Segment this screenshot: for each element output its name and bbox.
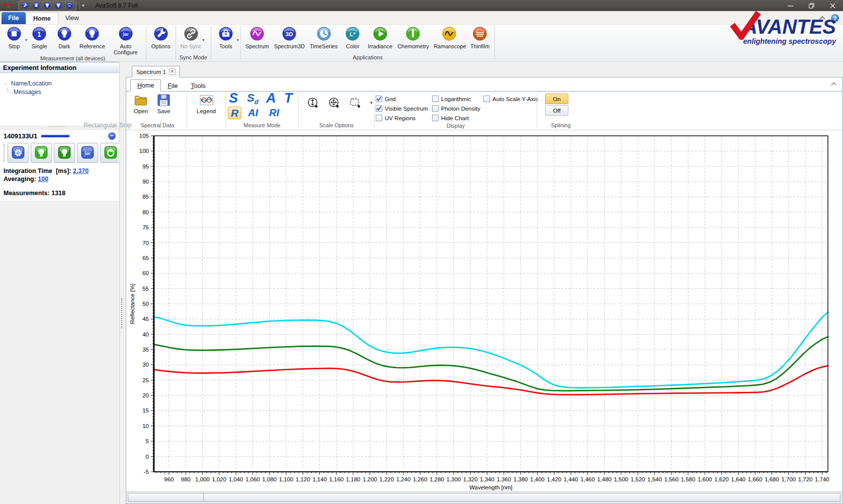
ribbon-button-label: No Sync	[181, 44, 202, 50]
horizontal-splitter[interactable]: ·········	[0, 125, 119, 129]
ribbon-button-dark[interactable]: Dark	[52, 26, 77, 55]
ribbon-button-stop[interactable]: Stop▾	[2, 26, 27, 55]
checkbox-label: Visible Spectrum	[385, 106, 428, 112]
device-gear-button[interactable]	[8, 143, 29, 163]
tree-item-messages[interactable]: Messages	[5, 88, 119, 96]
measure-mode-ri[interactable]: RI	[269, 108, 279, 118]
scale-options-dropdown-caret[interactable]: ▾	[370, 100, 373, 105]
close-document-icon[interactable]: ✕	[169, 68, 176, 75]
open-button[interactable]: Open	[129, 92, 152, 114]
spectrum-document-tab[interactable]: Spectrum 1 ✕	[132, 66, 180, 77]
y-tick-label: 10	[142, 423, 149, 429]
quick-access-bulb-icon[interactable]	[42, 2, 52, 10]
x-tick-label: 1,700	[781, 476, 796, 482]
quick-access-bulb-icon[interactable]	[53, 2, 63, 10]
quick-access-customize-caret[interactable]: ▾	[82, 3, 85, 8]
measure-mode-sd[interactable]: Sd	[247, 93, 259, 106]
measure-mode-t[interactable]: T	[284, 92, 293, 105]
quick-access-wrench-icon[interactable]	[20, 2, 30, 10]
ribbon-button-label: TimeSeries	[310, 44, 338, 50]
quick-access-stop-icon[interactable]	[31, 2, 41, 10]
ribbon-button-options[interactable]: Options	[148, 26, 174, 54]
integration-time-value-link[interactable]: 2.370	[73, 167, 89, 175]
x-tick-label: 1,120	[296, 476, 310, 482]
checkbox-box-icon[interactable]	[483, 96, 490, 102]
checkbox-visible-spectrum[interactable]: Visible Spectrum	[376, 104, 432, 113]
vertical-splitter[interactable]	[120, 62, 125, 504]
ribbon-button-chemometry[interactable]: Chemometry	[395, 26, 431, 54]
x-tick-label: 1,380	[514, 476, 528, 482]
device-power-button[interactable]	[100, 143, 121, 163]
ribbon-button-label: Dark	[58, 44, 70, 50]
y-axis-title: Reflectance [%]	[129, 284, 135, 324]
doc-menu-tab-tools[interactable]: Tools	[185, 80, 212, 92]
collapse-device-panel-button[interactable]: −	[108, 132, 116, 140]
checkbox-box-icon[interactable]	[432, 96, 439, 102]
minimize-button[interactable]	[780, 0, 801, 11]
zoom-y-axis-button[interactable]	[307, 97, 320, 111]
measure-mode-r[interactable]: R	[228, 107, 241, 119]
ribbon-button-color[interactable]: L*Color	[340, 26, 365, 54]
ribbon-button-ramanscope[interactable]: Ramanscope	[431, 26, 467, 54]
averaging-value-link[interactable]: 100	[38, 176, 48, 183]
ribbon-button-label: Spectrum	[245, 44, 269, 50]
splining-group: On Off Splining	[538, 92, 583, 130]
tree-item-name-location[interactable]: › Name/Location	[5, 79, 119, 88]
ribbon-tab-view[interactable]: View	[58, 12, 86, 24]
checkbox-auto-scale-y-axis[interactable]: Auto Scale Y-Axis	[483, 94, 536, 104]
drag-handle[interactable]	[4, 144, 5, 162]
device-bulb-bright-button[interactable]	[31, 143, 52, 163]
ribbon-button-spectrum[interactable]: Spectrum	[243, 26, 272, 54]
device-bulb-button[interactable]	[54, 143, 75, 163]
zoom-all-button[interactable]	[328, 97, 341, 111]
doc-menu-tab-home[interactable]: Home	[130, 79, 161, 92]
ribbon-button-irradiance[interactable]: Irradiance	[365, 26, 395, 54]
zoom-region-button[interactable]	[349, 97, 362, 111]
ribbon-button-thinfilm[interactable]: Thinfilm	[467, 26, 492, 54]
checkbox-box-icon[interactable]	[432, 105, 439, 112]
play-icon	[373, 26, 388, 43]
ribbon-button-timeseries[interactable]: TimeSeries	[307, 26, 340, 54]
checkbox-box-icon[interactable]	[432, 115, 439, 121]
x-tick-label: 1,540	[647, 476, 662, 482]
file-menu-button[interactable]: File	[2, 12, 26, 24]
quick-access-jac-icon[interactable]: ∫ac	[64, 2, 74, 10]
checkbox-box-icon[interactable]	[376, 105, 382, 112]
raman-icon	[442, 26, 457, 43]
checkbox-column: GridVisible SpectrumUV Regions	[376, 94, 432, 123]
checkbox-uv-regions[interactable]: UV Regions	[376, 113, 432, 123]
ribbon-tab-home[interactable]: Home	[26, 12, 58, 24]
measure-mode-a[interactable]: A	[266, 92, 276, 105]
ribbon-button-auto-configure[interactable]: ∫acAuto Configure	[108, 26, 144, 55]
collapse-panel-icon[interactable]	[830, 81, 837, 87]
checkbox-photon-density[interactable]: Photon Density	[432, 104, 483, 113]
device-jac-button[interactable]: ∫ac	[77, 143, 98, 163]
ribbon-button-spectrum3d[interactable]: 3DSpectrum3D	[272, 26, 307, 54]
close-button[interactable]	[822, 0, 843, 11]
dropdown-caret-icon[interactable]: ▾	[202, 38, 204, 42]
ribbon-button-reference[interactable]: Reference	[77, 26, 108, 55]
splining-on-button[interactable]: On	[545, 94, 568, 104]
checkbox-hide-chart[interactable]: Hide Chart	[432, 113, 483, 123]
checkbox-grid[interactable]: Grid	[376, 94, 432, 104]
device-info: Integration Time [ms]: 2.370 Averaging: …	[4, 167, 116, 197]
averaging-line: Averaging: 100	[4, 176, 116, 183]
ribbon-button-single[interactable]: 1Single	[27, 26, 52, 55]
legend-button[interactable]: Legend	[192, 92, 220, 114]
x-tick-label: 1,660	[748, 476, 763, 482]
doc-menu-tab-file[interactable]: File	[161, 80, 184, 92]
expander-icon[interactable]: ›	[5, 80, 11, 86]
checkbox-logarithmic[interactable]: Logarithmic	[432, 94, 483, 104]
ribbon-button-label: Options	[151, 44, 171, 50]
ribbon-button-tools[interactable]: Tools▾	[213, 26, 238, 54]
x-tick-label: 1,140	[312, 476, 327, 482]
measure-mode-s[interactable]: S	[229, 92, 238, 105]
ribbon-button-no-sync[interactable]: No Sync▾	[178, 26, 204, 54]
splining-off-button[interactable]: Off	[545, 105, 568, 116]
restore-button[interactable]	[801, 0, 822, 11]
checkbox-box-icon[interactable]	[376, 115, 382, 121]
checkbox-box-icon[interactable]	[376, 96, 382, 102]
measure-mode-ai[interactable]: AI	[248, 108, 258, 118]
save-button[interactable]: Save	[152, 92, 175, 114]
dropdown-caret-icon[interactable]: ▾	[237, 38, 239, 42]
